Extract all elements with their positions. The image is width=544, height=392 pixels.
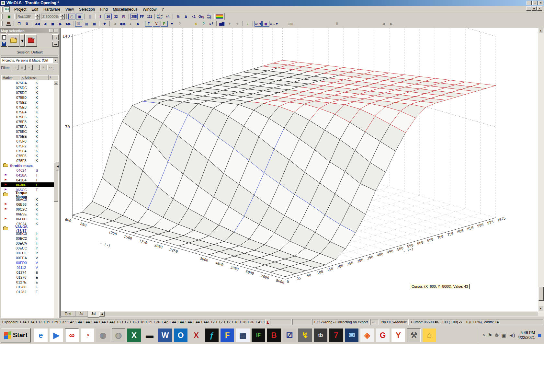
- map-row-06e9e[interactable]: 06E9EK: [1, 212, 54, 216]
- outlook-icon[interactable]: O: [174, 329, 187, 342]
- sign-button[interactable]: +/-: [164, 14, 171, 19]
- filter-button-1[interactable]: ▤▾: [19, 65, 26, 70]
- hide-tray-chevron-icon[interactable]: ˄: [482, 332, 485, 338]
- flash-tool-icon[interactable]: F: [221, 329, 234, 342]
- prev-map-button[interactable]: ◀: [41, 21, 49, 27]
- help-button[interactable]: ?: [200, 21, 207, 27]
- minimize-button[interactable]: _: [527, 1, 532, 5]
- import-hint-icon[interactable]: ☀: [192, 21, 199, 27]
- vertical-split-icon[interactable]: ‖: [334, 21, 341, 27]
- column-header-address[interactable]: △ Address: [20, 75, 49, 80]
- splitter-collapse-arrow[interactable]: ◀: [56, 162, 59, 170]
- map-row-075f0[interactable]: 075F0K: [1, 139, 54, 144]
- panel-restore-button[interactable]: [49, 29, 53, 32]
- eprom-chip-icon[interactable]: ▬: [143, 329, 156, 342]
- preview-button[interactable]: ◫: [83, 21, 90, 27]
- seven-app-icon[interactable]: 7: [329, 329, 343, 342]
- delta-button[interactable]: Δ: [182, 14, 189, 19]
- map-row-075ea[interactable]: 075EAK: [1, 124, 54, 129]
- rainbow-colors-icon[interactable]: [216, 14, 223, 19]
- filter-button-5[interactable]: KK▾: [47, 65, 54, 70]
- map-row-01276[interactable]: 01276E: [1, 275, 54, 280]
- value-button[interactable]: V: [153, 21, 160, 27]
- row-combo-button[interactable]: ≡→ ▾: [270, 21, 278, 27]
- internet-explorer-icon[interactable]: e: [34, 329, 48, 342]
- start-button[interactable]: Start: [1, 328, 31, 342]
- hex-ff-button[interactable]: FF: [138, 14, 145, 19]
- percent-button[interactable]: %: [175, 14, 182, 19]
- map-row-06b66[interactable]: ⚑06B66K: [1, 202, 54, 207]
- chart-scroll-down[interactable]: ▼: [538, 306, 543, 311]
- save-project-button[interactable]: [1, 41, 7, 47]
- chart-vscrollbar[interactable]: ▲ ▼: [538, 28, 544, 311]
- media-player-icon[interactable]: ▶: [50, 329, 63, 342]
- thunderbird-icon[interactable]: ✉: [345, 329, 358, 342]
- connect-icon[interactable]: ❖: [101, 21, 108, 27]
- nav-right-button[interactable]: ▶: [388, 21, 395, 27]
- map-row-075f4[interactable]: 075F4K: [1, 148, 54, 153]
- axis-combo-button[interactable]: ≡↕ ▾: [255, 21, 262, 27]
- map-row-04024[interactable]: 04024S: [1, 168, 54, 173]
- if-tuning-icon[interactable]: IF: [252, 329, 265, 342]
- org-org-button[interactable]: Org Org: [206, 14, 213, 19]
- rotation-spinner[interactable]: ▲▼: [35, 14, 40, 19]
- map-3d-view[interactable]: 7014060080012501500175020002250300040005…: [61, 28, 538, 311]
- times1-button[interactable]: ×1: [190, 14, 197, 19]
- zoom-spinbox[interactable]: Z:50000% ▲▼: [41, 14, 65, 19]
- maximize-button[interactable]: □: [532, 1, 538, 5]
- panel-close-button[interactable]: [54, 29, 58, 32]
- map-row-00ece[interactable]: 00ECEIr: [1, 250, 54, 255]
- chrome-icon[interactable]: ◔: [81, 329, 94, 342]
- whats-this-button[interactable]: ▸?: [208, 21, 215, 27]
- map-list-scroll-up[interactable]: ▲: [54, 80, 58, 85]
- map-row-075e6[interactable]: 075E6K: [1, 114, 54, 119]
- surface-chart[interactable]: 7014060080012501500175020002250300040005…: [61, 28, 538, 311]
- grid-view-icon[interactable]: ▒: [86, 14, 94, 19]
- tray-network-icon[interactable]: ▣: [501, 332, 506, 338]
- filter-button-0[interactable]: =?▾: [12, 65, 18, 70]
- next-diff-button[interactable]: ▶: [135, 21, 142, 27]
- tray-flower-icon[interactable]: ❁: [495, 332, 499, 338]
- menu-selection[interactable]: Selection: [76, 6, 97, 13]
- first-map-button[interactable]: ◀◀: [34, 21, 41, 27]
- dice-app-icon[interactable]: ⚂: [283, 329, 296, 342]
- width-fl-button[interactable]: Fl: [120, 14, 127, 19]
- binoculars-icon[interactable]: ◉◉: [119, 21, 126, 27]
- map-row-00ec0[interactable]: 00EC0Ir: [1, 231, 54, 236]
- menu-window[interactable]: Window: [140, 6, 159, 13]
- menu-miscellaneous[interactable]: Miscellaneous: [110, 6, 140, 13]
- map-row-075da[interactable]: 075DAK: [1, 80, 54, 85]
- chart-scroll-thumb[interactable]: [538, 287, 544, 301]
- org-button[interactable]: Org: [198, 14, 205, 19]
- import-map-button[interactable]: →: [52, 34, 59, 40]
- menu-[interactable]: ?: [159, 6, 166, 13]
- toolbar-grip[interactable]: [1, 7, 3, 12]
- map-row-00ec2[interactable]: 00EC2Ir: [1, 236, 54, 241]
- scope-combobox[interactable]: Projects, Versions & Maps: (Ctrl ▼: [1, 57, 58, 63]
- map-row-06f0c[interactable]: ⚑06F0CK: [1, 216, 54, 221]
- mdi-close-button[interactable]: ✕: [537, 6, 542, 11]
- map-row-0418a[interactable]: ⚑0418AT: [1, 173, 54, 178]
- new-project-button[interactable]: [1, 34, 7, 40]
- wand-3-icon[interactable]: ✧: [234, 21, 241, 27]
- open-project-button[interactable]: ↻: [8, 34, 19, 47]
- menu-project[interactable]: Project: [12, 6, 29, 13]
- new-window-icon[interactable]: ❐: [16, 21, 23, 27]
- menu-edit[interactable]: Edit: [29, 6, 41, 13]
- b-hat-app-icon[interactable]: B: [267, 329, 281, 342]
- map-row-01282[interactable]: 01282E: [1, 289, 54, 294]
- chart-scroll-up[interactable]: ▲: [538, 28, 543, 33]
- map-row-00eca[interactable]: 00ECAIr: [1, 241, 54, 246]
- map-row-01280[interactable]: 01280E: [1, 284, 54, 289]
- map-row-06ac0[interactable]: 06AC0K: [1, 197, 54, 202]
- menu-hardware[interactable]: Hardware: [41, 6, 63, 13]
- map-row-075ee[interactable]: 075EEK: [1, 134, 54, 139]
- map-row-075e3[interactable]: 075E3K: [1, 105, 54, 110]
- open-project-dropdown[interactable]: ▾: [20, 34, 25, 47]
- zoom-spinner[interactable]: ▲▼: [60, 14, 65, 19]
- context-help-button[interactable]: ?: [176, 21, 183, 27]
- mdi-restore-button[interactable]: ■: [532, 6, 537, 11]
- tile-windows-icon[interactable]: ⊞⊞: [287, 21, 294, 27]
- toolbar-grip-2[interactable]: [1, 14, 3, 19]
- zoom-value[interactable]: Z:50000%: [41, 14, 60, 19]
